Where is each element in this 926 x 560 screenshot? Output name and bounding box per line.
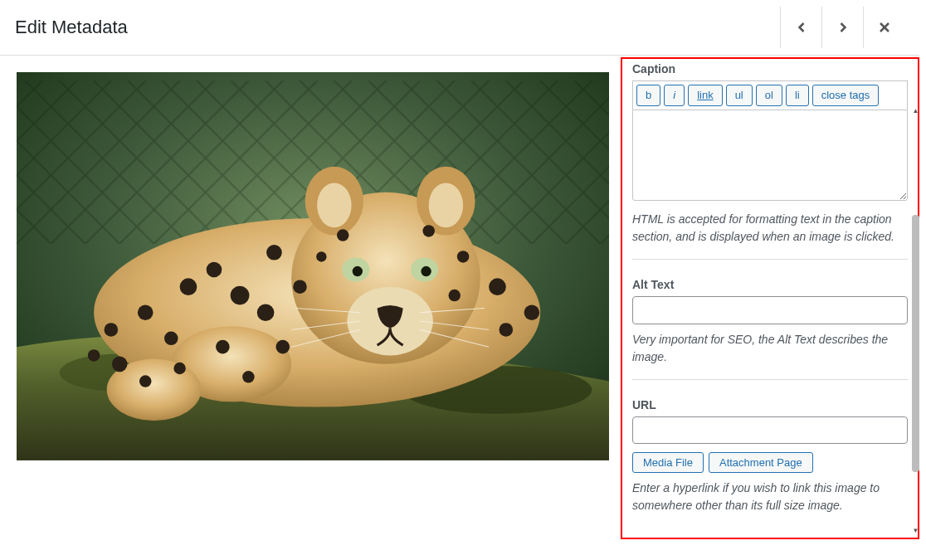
svg-point-40 (276, 340, 290, 354)
svg-point-23 (207, 262, 222, 278)
svg-point-37 (173, 363, 185, 374)
scroll-up-arrow[interactable]: ▲ (912, 105, 919, 115)
url-label: URL (632, 398, 908, 411)
svg-point-39 (242, 371, 254, 382)
media-file-button[interactable]: Media File (632, 452, 704, 473)
chevron-left-icon (793, 19, 810, 36)
qt-li-button[interactable]: li (786, 85, 809, 106)
caption-section: Caption b i link ul ol li close tags HTM… (632, 62, 908, 260)
url-section: URL Media File Attachment Page Enter a h… (632, 398, 908, 528)
svg-point-25 (266, 245, 282, 261)
caption-help-text: HTML is accepted for formatting text in … (632, 211, 908, 246)
svg-point-14 (429, 183, 463, 227)
svg-point-22 (180, 278, 197, 295)
url-help-text: Enter a hyperlink if you wish to link th… (632, 480, 908, 514)
attachment-page-button[interactable]: Attachment Page (709, 452, 813, 473)
close-icon (876, 19, 893, 36)
svg-point-18 (421, 266, 431, 276)
close-button[interactable] (863, 7, 904, 48)
qt-ul-button[interactable]: ul (726, 85, 753, 106)
leopard-image (17, 72, 609, 460)
svg-point-30 (112, 357, 128, 373)
caption-quicktags-toolbar: b i link ul ol li close tags (632, 80, 908, 110)
modal-header: Edit Metadata (0, 0, 919, 56)
alt-text-section: Alt Text Very important for SEO, the Alt… (632, 278, 908, 380)
alt-text-help: Very important for SEO, the Alt Text des… (632, 331, 908, 366)
svg-point-41 (489, 278, 506, 295)
image-preview (0, 56, 609, 539)
svg-point-31 (337, 229, 348, 241)
svg-point-36 (139, 375, 151, 387)
svg-point-32 (422, 225, 434, 236)
chevron-right-icon (835, 19, 851, 36)
svg-point-33 (457, 251, 469, 262)
alt-text-label: Alt Text (632, 278, 908, 291)
qt-link-button[interactable]: link (688, 85, 723, 106)
prev-button[interactable] (780, 7, 821, 48)
svg-point-42 (524, 304, 540, 320)
svg-point-44 (105, 323, 119, 337)
next-button[interactable] (821, 7, 863, 48)
svg-point-34 (316, 251, 326, 261)
url-input[interactable] (632, 416, 908, 445)
svg-point-17 (353, 266, 363, 276)
qt-italic-button[interactable]: i (664, 85, 685, 106)
svg-point-26 (257, 304, 275, 321)
modal-title: Edit Metadata (15, 17, 128, 38)
svg-point-13 (317, 183, 351, 227)
svg-point-27 (293, 280, 307, 294)
caption-label: Caption (632, 62, 908, 75)
svg-point-38 (216, 340, 230, 354)
metadata-sidebar: Caption b i link ul ol li close tags HTM… (621, 57, 919, 539)
svg-point-28 (138, 304, 154, 320)
caption-textarea[interactable] (632, 110, 908, 201)
svg-point-43 (500, 323, 514, 337)
svg-point-35 (448, 290, 460, 301)
svg-point-29 (164, 332, 178, 346)
qt-close-tags-button[interactable]: close tags (812, 85, 880, 106)
qt-ol-button[interactable]: ol (756, 85, 782, 106)
scrollbar-thumb[interactable] (912, 215, 919, 472)
alt-text-input[interactable] (632, 296, 908, 324)
svg-point-24 (231, 286, 250, 305)
scroll-down-arrow[interactable]: ▼ (912, 525, 919, 535)
svg-point-45 (88, 349, 100, 361)
qt-bold-button[interactable]: b (636, 85, 660, 106)
